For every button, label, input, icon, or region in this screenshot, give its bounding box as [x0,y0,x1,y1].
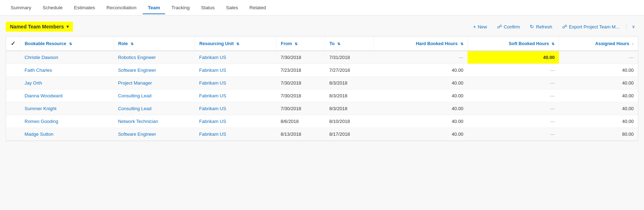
col-soft-booked-label: Soft Booked Hours [509,41,549,46]
export-label: Export Project Team M... [569,24,619,29]
refresh-button[interactable]: ↻ Refresh [525,21,557,32]
table-row: Faith CharlesSoftware EngineerFabrikam U… [6,64,638,77]
cell-from: 7/30/2018 [276,102,325,115]
cell-from: 7/30/2018 [276,77,325,90]
col-from[interactable]: From ⇅ [276,37,325,51]
nav-item-schedule[interactable]: Schedule [38,1,68,14]
sort-icon-from: ⇅ [295,42,297,46]
cell-from: 7/30/2018 [276,90,325,102]
col-resourcing-unit[interactable]: Resourcing Unit ⇅ [195,37,276,51]
cell-to: 8/17/2018 [325,128,374,141]
export-button[interactable]: ☍ Export Project Team M... [558,21,624,32]
cell-soft-booked: --- [468,102,559,115]
cell-resource[interactable]: Summer Knight [20,102,114,115]
new-button[interactable]: + New [469,21,492,32]
cell-role[interactable]: Software Engineer [114,128,195,141]
col-assigned[interactable]: Assigned Hours ↑ [559,37,638,51]
col-role[interactable]: Role ⇅ [114,37,195,51]
row-checkbox[interactable] [6,115,20,128]
cell-unit[interactable]: Fabrikam US [195,77,276,90]
cell-unit[interactable]: Fabrikam US [195,128,276,141]
cell-hard-booked: 40.00 [374,102,468,115]
cell-assigned: --- [559,51,638,64]
cell-role[interactable]: Consulting Lead [114,90,195,102]
cell-soft-booked: --- [468,77,559,90]
table-body: Christie DawsonRobotics EngineerFabrikam… [6,51,638,141]
col-assigned-label: Assigned Hours [595,41,629,46]
new-label: New [478,24,487,29]
confirm-button[interactable]: ☍ Confirm [492,21,525,32]
col-hard-booked[interactable]: Hard Booked Hours ⇅ [374,37,468,51]
row-checkbox[interactable] [6,102,20,115]
section-header: Named Team Members ▾ + New ☍ Confirm ↻ R… [6,21,638,32]
col-bookable-resource[interactable]: Bookable Resource ⇅ [20,37,114,51]
cell-hard-booked: 40.00 [374,77,468,90]
cell-role[interactable]: Robotics Engineer [114,51,195,64]
cell-soft-booked: --- [468,90,559,102]
cell-resource[interactable]: Faith Charles [20,64,114,77]
select-all-header[interactable]: ✓ [6,37,20,51]
cell-soft-booked: --- [468,64,559,77]
toolbar-separator [626,23,627,30]
team-table: ✓ Bookable Resource ⇅ Role ⇅ Resourcing … [6,37,638,141]
cell-role[interactable]: Project Manager [114,77,195,90]
nav-item-summary[interactable]: Summary [6,1,36,14]
cell-resource[interactable]: Christie Dawson [20,51,114,64]
cell-unit[interactable]: Fabrikam US [195,115,276,128]
cell-role[interactable]: Consulting Lead [114,102,195,115]
cell-unit[interactable]: Fabrikam US [195,64,276,77]
col-to[interactable]: To ⇅ [325,37,374,51]
cell-to: 8/3/2018 [325,77,374,90]
cell-hard-booked: --- [374,51,468,64]
row-checkbox[interactable] [6,90,20,102]
sort-icon-unit: ⇅ [236,42,239,46]
col-soft-booked[interactable]: Soft Booked Hours ⇅ [468,37,559,51]
nav-item-tracking[interactable]: Tracking [167,1,195,14]
sort-icon-role: ⇅ [131,42,133,46]
checkmark-icon: ✓ [11,41,15,47]
cell-unit[interactable]: Fabrikam US [195,90,276,102]
nav-item-estimates[interactable]: Estimates [69,1,100,14]
named-team-members-button[interactable]: Named Team Members ▾ [6,22,73,32]
cell-role[interactable]: Software Engineer [114,64,195,77]
cell-resource[interactable]: Dianna Woodward [20,90,114,102]
cell-to: 8/3/2018 [325,90,374,102]
sort-icon-soft: ⇅ [551,42,554,46]
nav-item-status[interactable]: Status [196,1,220,14]
sort-icon-to: ⇅ [337,42,340,46]
col-resourcing-unit-label: Resourcing Unit [199,41,234,46]
cell-unit[interactable]: Fabrikam US [195,102,276,115]
row-checkbox[interactable] [6,51,20,64]
col-bookable-resource-label: Bookable Resource [25,41,67,46]
export-icon: ☍ [562,24,567,29]
col-from-label: From [281,41,292,46]
nav-item-reconciliation[interactable]: Reconciliation [101,1,141,14]
cell-resource[interactable]: Romeo Gooding [20,115,114,128]
toolbar-expand-chevron[interactable]: ∨ [629,22,638,32]
cell-from: 8/13/2018 [276,128,325,141]
team-members-grid: ✓ Bookable Resource ⇅ Role ⇅ Resourcing … [6,36,638,141]
cell-unit[interactable]: Fabrikam US [195,51,276,64]
cell-resource[interactable]: Madge Sutton [20,128,114,141]
nav-item-related[interactable]: Related [244,1,271,14]
cell-to: 7/31/2018 [325,51,374,64]
cell-to: 8/10/2018 [325,115,374,128]
nav-item-team[interactable]: Team [143,1,165,14]
toolbar-right: + New ☍ Confirm ↻ Refresh ☍ Export Proje… [469,21,638,32]
row-checkbox[interactable] [6,77,20,90]
row-checkbox[interactable] [6,64,20,77]
col-hard-booked-label: Hard Booked Hours [416,41,458,46]
nav-item-sales[interactable]: Sales [221,1,243,14]
cell-assigned: 40.00 [559,90,638,102]
chevron-down-icon: ▾ [67,24,69,29]
cell-assigned: 40.00 [559,115,638,128]
cell-assigned: 40.00 [559,102,638,115]
cell-from: 7/30/2018 [276,51,325,64]
cell-resource[interactable]: Jay Orth [20,77,114,90]
cell-soft-booked: 40.00 [468,51,559,64]
table-row: Romeo GoodingNetwork TechnicianFabrikam … [6,115,638,128]
sort-icon-resource: ⇅ [69,42,72,46]
row-checkbox[interactable] [6,128,20,141]
col-role-label: Role [118,41,128,46]
cell-role[interactable]: Network Technician [114,115,195,128]
